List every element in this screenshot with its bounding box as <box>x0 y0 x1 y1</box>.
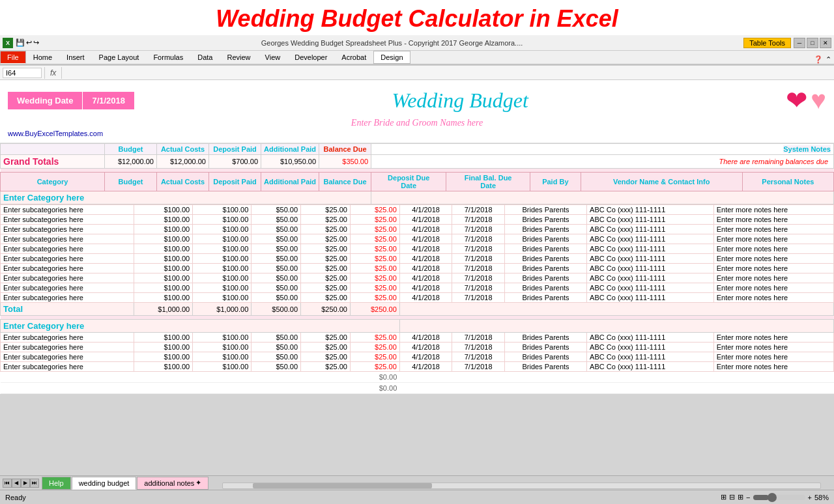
s1-r1-dep-date[interactable]: 4/1/2018 <box>399 215 452 225</box>
close-button[interactable]: ✕ <box>820 38 831 48</box>
s1-r7-name[interactable]: Enter subcategories here <box>1 273 134 283</box>
s1-r3-additional[interactable]: $25.00 <box>301 234 351 244</box>
s1-r8-dep-date[interactable]: 4/1/2018 <box>399 283 452 293</box>
s1-r0-balance[interactable]: $25.00 <box>350 205 399 215</box>
s2-r0-vendor[interactable]: ABC Co (xxx) 111-1111 <box>587 333 714 343</box>
s1-r9-additional[interactable]: $25.00 <box>301 293 351 303</box>
s1-r4-name[interactable]: Enter subcategories here <box>1 244 134 254</box>
s1-r4-notes[interactable]: Enter more notes here <box>713 244 833 254</box>
s1-r0-paid-by[interactable]: Brides Parents <box>504 205 586 215</box>
name-box[interactable] <box>3 68 42 78</box>
s2-r0-paid-by[interactable]: Brides Parents <box>504 333 586 343</box>
s1-r1-additional[interactable]: $25.00 <box>301 215 351 225</box>
s1-r7-deposit[interactable]: $50.00 <box>252 273 301 283</box>
s1-r4-budget[interactable]: $100.00 <box>134 244 193 254</box>
s2-r0-actual[interactable]: $100.00 <box>193 333 252 343</box>
s2-r2-notes[interactable]: Enter more notes here <box>713 352 833 362</box>
tab-page-layout[interactable]: Page Layout <box>92 51 147 64</box>
s2-r3-notes[interactable]: Enter more notes here <box>713 362 833 372</box>
s1-r1-name[interactable]: Enter subcategories here <box>1 215 134 225</box>
bride-groom-subtitle[interactable]: Enter Bride and Groom Names here <box>351 118 483 128</box>
s2-r1-final-date[interactable]: 7/1/2018 <box>452 343 505 352</box>
tab-data[interactable]: Data <box>190 51 220 64</box>
s1-r3-actual[interactable]: $100.00 <box>193 234 252 244</box>
s2-r2-additional[interactable]: $25.00 <box>301 352 351 362</box>
s1-r1-deposit[interactable]: $50.00 <box>252 215 301 225</box>
help-icon[interactable]: ❓ <box>814 55 823 64</box>
s1-r4-final-date[interactable]: 7/1/2018 <box>452 244 505 254</box>
tab-view[interactable]: View <box>258 51 288 64</box>
s1-r2-final-date[interactable]: 7/1/2018 <box>452 225 505 234</box>
s1-r2-notes[interactable]: Enter more notes here <box>713 225 833 234</box>
s1-r1-paid-by[interactable]: Brides Parents <box>504 215 586 225</box>
s1-r5-notes[interactable]: Enter more notes here <box>713 254 833 264</box>
s1-r8-additional[interactable]: $25.00 <box>301 283 351 293</box>
minimize-button[interactable]: ─ <box>794 38 805 48</box>
s2-r1-dep-date[interactable]: 4/1/2018 <box>399 343 452 352</box>
s1-r4-vendor[interactable]: ABC Co (xxx) 111-1111 <box>587 244 714 254</box>
s2-r0-final-date[interactable]: 7/1/2018 <box>452 333 505 343</box>
s2-r0-dep-date[interactable]: 4/1/2018 <box>399 333 452 343</box>
section1-category-label[interactable]: Enter Category here <box>1 191 371 204</box>
s1-r5-final-date[interactable]: 7/1/2018 <box>452 254 505 264</box>
s1-r4-additional[interactable]: $25.00 <box>301 244 351 254</box>
ribbon-minimize-icon[interactable]: ⌃ <box>826 55 831 64</box>
s1-r0-actual[interactable]: $100.00 <box>193 205 252 215</box>
s2-r1-additional[interactable]: $25.00 <box>301 343 351 352</box>
s2-r3-vendor[interactable]: ABC Co (xxx) 111-1111 <box>587 362 714 372</box>
s2-r3-dep-date[interactable]: 4/1/2018 <box>399 362 452 372</box>
s2-r2-actual[interactable]: $100.00 <box>193 352 252 362</box>
s1-r6-actual[interactable]: $100.00 <box>193 264 252 273</box>
s1-r6-name[interactable]: Enter subcategories here <box>1 264 134 273</box>
s2-r1-balance[interactable]: $25.00 <box>350 343 399 352</box>
s1-r3-paid-by[interactable]: Brides Parents <box>504 234 586 244</box>
s1-r9-deposit[interactable]: $50.00 <box>252 293 301 303</box>
s1-r7-dep-date[interactable]: 4/1/2018 <box>399 273 452 283</box>
s2-r2-final-date[interactable]: 7/1/2018 <box>452 352 505 362</box>
s2-r3-deposit[interactable]: $50.00 <box>252 362 301 372</box>
s1-r9-vendor[interactable]: ABC Co (xxx) 111-1111 <box>587 293 714 303</box>
s1-r9-paid-by[interactable]: Brides Parents <box>504 293 586 303</box>
s1-r6-paid-by[interactable]: Brides Parents <box>504 264 586 273</box>
s1-r8-final-date[interactable]: 7/1/2018 <box>452 283 505 293</box>
s1-r0-additional[interactable]: $25.00 <box>301 205 351 215</box>
s1-r7-paid-by[interactable]: Brides Parents <box>504 273 586 283</box>
table-tools-button[interactable]: Table Tools <box>743 38 791 48</box>
s1-r6-vendor[interactable]: ABC Co (xxx) 111-1111 <box>587 264 714 273</box>
s1-r3-dep-date[interactable]: 4/1/2018 <box>399 234 452 244</box>
s1-r9-notes[interactable]: Enter more notes here <box>713 293 833 303</box>
s1-r8-actual[interactable]: $100.00 <box>193 283 252 293</box>
wedding-date-value[interactable]: 7/1/2018 <box>82 92 134 109</box>
website-link[interactable]: www.BuyExcelTemplates.com <box>8 130 826 137</box>
s1-r2-name[interactable]: Enter subcategories here <box>1 225 134 234</box>
s2-r3-name[interactable]: Enter subcategories here <box>1 362 134 372</box>
s1-r3-notes[interactable]: Enter more notes here <box>713 234 833 244</box>
s2-r2-vendor[interactable]: ABC Co (xxx) 111-1111 <box>587 352 714 362</box>
s1-r2-actual[interactable]: $100.00 <box>193 225 252 234</box>
s1-r5-balance[interactable]: $25.00 <box>350 254 399 264</box>
s1-r3-balance[interactable]: $25.00 <box>350 234 399 244</box>
s2-r3-balance[interactable]: $25.00 <box>350 362 399 372</box>
s2-r0-notes[interactable]: Enter more notes here <box>713 333 833 343</box>
s1-r1-notes[interactable]: Enter more notes here <box>713 215 833 225</box>
s2-r0-deposit[interactable]: $50.00 <box>252 333 301 343</box>
s2-r0-additional[interactable]: $25.00 <box>301 333 351 343</box>
formula-input[interactable] <box>65 69 831 77</box>
s1-r5-name[interactable]: Enter subcategories here <box>1 254 134 264</box>
s1-r5-paid-by[interactable]: Brides Parents <box>504 254 586 264</box>
s1-r8-paid-by[interactable]: Brides Parents <box>504 283 586 293</box>
s2-r2-dep-date[interactable]: 4/1/2018 <box>399 352 452 362</box>
tab-acrobat[interactable]: Acrobat <box>334 51 373 64</box>
s1-r3-final-date[interactable]: 7/1/2018 <box>452 234 505 244</box>
s1-r9-final-date[interactable]: 7/1/2018 <box>452 293 505 303</box>
s1-r2-additional[interactable]: $25.00 <box>301 225 351 234</box>
maximize-button[interactable]: □ <box>807 38 818 48</box>
s1-r6-deposit[interactable]: $50.00 <box>252 264 301 273</box>
tab-review[interactable]: Review <box>220 51 257 64</box>
s1-r8-vendor[interactable]: ABC Co (xxx) 111-1111 <box>587 283 714 293</box>
redo-icon[interactable]: ↪ <box>33 38 39 47</box>
s1-r9-dep-date[interactable]: 4/1/2018 <box>399 293 452 303</box>
s1-r5-deposit[interactable]: $50.00 <box>252 254 301 264</box>
s1-r8-budget[interactable]: $100.00 <box>134 283 193 293</box>
s1-r4-paid-by[interactable]: Brides Parents <box>504 244 586 254</box>
